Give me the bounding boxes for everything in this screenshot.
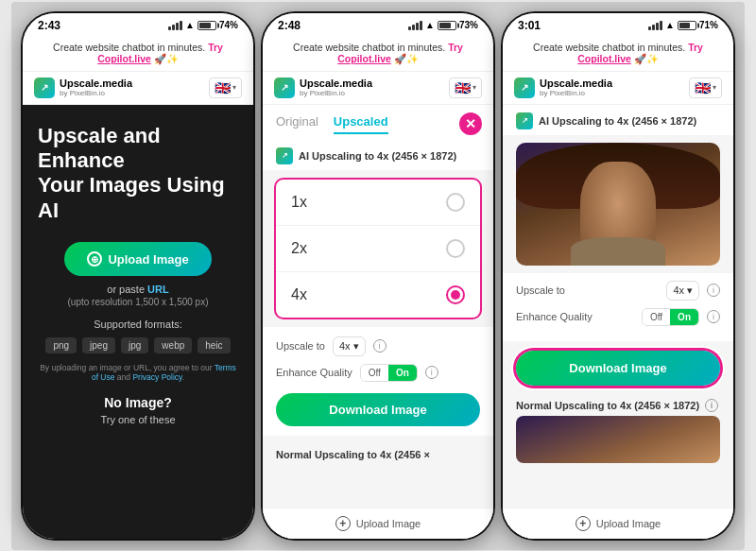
flag-icon-2: 🇬🇧: [455, 80, 471, 95]
enhance-row: Enhance Quality Off On i: [276, 364, 480, 382]
copilot-link-2[interactable]: Copilot.live: [337, 53, 391, 64]
brand-name-2: Upscale.media: [300, 77, 372, 89]
url-label[interactable]: URL: [147, 284, 169, 295]
download-button-2[interactable]: Download Image: [276, 393, 480, 426]
hero-line2: Your Images Using AI: [38, 173, 225, 221]
scale-option-2x[interactable]: 2x: [276, 226, 480, 272]
signal-1: [168, 21, 182, 30]
toggle-off-3[interactable]: Off: [643, 309, 670, 325]
navbar-3: ↗ Upscale.media by PixelBin.io 🇬🇧 ▾: [503, 72, 733, 105]
upscale-value: 4x: [339, 340, 351, 352]
upscale-to-row-3: Upscale to 4x ▾ i: [516, 281, 720, 301]
bar2: [172, 25, 175, 30]
copilot-link-1[interactable]: Copilot.live: [97, 53, 151, 64]
logo-icon-3: ↗: [514, 77, 535, 98]
upload-bar-label-3[interactable]: Upload Image: [596, 518, 662, 529]
enhance-toggle-3[interactable]: Off On: [642, 308, 699, 326]
battery-fill-2: [439, 23, 451, 28]
upscale-value-3: 4x: [673, 284, 684, 296]
or-paste-label: or paste: [107, 284, 145, 295]
upscale-info-icon[interactable]: i: [373, 339, 387, 353]
tab-original[interactable]: Original: [276, 114, 318, 134]
nav-right-3: 🇬🇧 ▾: [689, 77, 722, 98]
try-link-1[interactable]: Try: [208, 42, 223, 53]
toggle-on-3[interactable]: On: [670, 309, 698, 325]
ai-icon-2: ↗: [276, 147, 293, 164]
time-1: 2:43: [38, 19, 60, 32]
copilot-link-3[interactable]: Copilot.live: [577, 53, 631, 64]
upload-section: ⊕ Upload Image or paste URL (upto resolu…: [38, 242, 238, 382]
upload-image-button[interactable]: ⊕ Upload Image: [64, 242, 211, 276]
status-bar-1: 2:43 ▲ 74%: [23, 13, 253, 36]
no-image-title: No Image?: [38, 395, 238, 410]
banner-3: Create website chatbot in minutes. Try C…: [503, 36, 733, 72]
brand-sub-3: by PixelBin.io: [540, 89, 612, 97]
try-link-3[interactable]: Try: [688, 42, 703, 53]
bottom-options: Upscale to 4x ▾ i Enhance Quality Off: [263, 327, 493, 436]
brand-sub-1: by PixelBin.io: [60, 89, 132, 97]
enhance-toggle[interactable]: Off On: [360, 364, 418, 382]
enhance-info-icon[interactable]: i: [425, 366, 438, 379]
brand-text-3: Upscale.media by PixelBin.io: [540, 77, 612, 97]
resolution-text: (upto resolution 1,500 x 1,500 px): [38, 297, 238, 307]
status-icons-2: ▲ 73%: [408, 20, 478, 30]
banner-text-3: Create website chatbot in minutes.: [533, 42, 685, 53]
portrait-image: [516, 143, 720, 266]
privacy-policy-link[interactable]: Privacy Policy: [132, 372, 181, 382]
scale-option-4x[interactable]: 4x: [276, 272, 480, 318]
time-3: 3:01: [518, 19, 541, 32]
enhance-info-icon-3[interactable]: i: [707, 310, 720, 323]
brand-text-1: Upscale.media by PixelBin.io: [60, 77, 132, 97]
enhance-label-3: Enhance Quality: [516, 311, 634, 322]
upload-bar-3: + Upload Image: [503, 508, 733, 539]
radio-4x-fill: [451, 290, 460, 300]
wifi-icon-3: ▲: [665, 20, 675, 30]
upload-bar-2: + Upload Image: [263, 508, 493, 539]
formats-list: png jpeg jpg webp heic: [38, 337, 238, 353]
toggle-on-btn[interactable]: On: [388, 365, 417, 381]
nav-right-2: 🇬🇧 ▾: [449, 77, 482, 98]
screen1-main: Upscale and Enhance Your Images Using AI…: [23, 105, 253, 539]
banner-1: Create website chatbot in minutes. Try C…: [23, 36, 253, 72]
status-icons-3: ▲ 71%: [648, 20, 718, 30]
radio-4x: [446, 285, 465, 304]
screen3-main: ↗ AI Upscaling to 4x (2456 × 1872) Upsca…: [503, 105, 733, 539]
language-selector-1[interactable]: 🇬🇧 ▾: [209, 77, 242, 98]
upscale-select[interactable]: 4x ▾: [333, 336, 366, 356]
controls-section-3: Upscale to 4x ▾ i Enhance Quality Off: [503, 273, 733, 341]
battery-fill-3: [679, 23, 690, 28]
close-button[interactable]: ✕: [459, 112, 482, 135]
signal-2: [408, 21, 422, 30]
upscale-info-icon-3[interactable]: i: [707, 284, 720, 297]
upscale-select-3[interactable]: 4x ▾: [666, 281, 699, 301]
flag-icon-3: 🇬🇧: [695, 80, 711, 95]
language-selector-3[interactable]: 🇬🇧 ▾: [689, 77, 722, 98]
banner-text-1: Create website chatbot in minutes.: [53, 42, 205, 53]
bar3-2: [416, 23, 419, 30]
tab-upscaled[interactable]: Upscaled: [334, 114, 388, 134]
download-button-3[interactable]: Download Image: [516, 351, 720, 386]
upload-bar-label-2[interactable]: Upload Image: [356, 518, 421, 529]
portrait-shoulders: [571, 237, 665, 266]
navbar-2: ↗ Upscale.media by PixelBin.io 🇬🇧 ▾: [263, 72, 493, 105]
brand-name-1: Upscale.media: [60, 77, 132, 89]
time-2: 2:48: [278, 19, 301, 32]
banner-emoji-2: 🚀✨: [394, 53, 419, 64]
try-one-text: Try one of these: [38, 414, 238, 425]
try-link-2[interactable]: Try: [448, 42, 463, 53]
logo-3: ↗ Upscale.media by PixelBin.io: [514, 77, 612, 98]
toggle-off-btn[interactable]: Off: [361, 365, 388, 381]
tabs-row: Original Upscaled ✕: [263, 105, 493, 140]
hero-line1: Upscale and Enhance: [38, 124, 161, 172]
bottom-bar-3: + Upload Image: [503, 508, 733, 539]
normal-info-icon-3[interactable]: i: [705, 399, 718, 412]
upscale-chevron: ▾: [353, 340, 359, 353]
no-image-section: No Image? Try one of these: [38, 395, 238, 425]
logo-2: ↗ Upscale.media by PixelBin.io: [274, 77, 372, 98]
language-selector-2[interactable]: 🇬🇧 ▾: [449, 77, 482, 98]
scale-option-1x[interactable]: 1x: [276, 180, 480, 226]
terms-text: By uploading an image or URL, you agree …: [38, 363, 238, 382]
banner-2: Create website chatbot in minutes. Try C…: [263, 36, 493, 72]
chevron-icon-1: ▾: [232, 83, 236, 92]
bar1-2: [408, 26, 411, 30]
